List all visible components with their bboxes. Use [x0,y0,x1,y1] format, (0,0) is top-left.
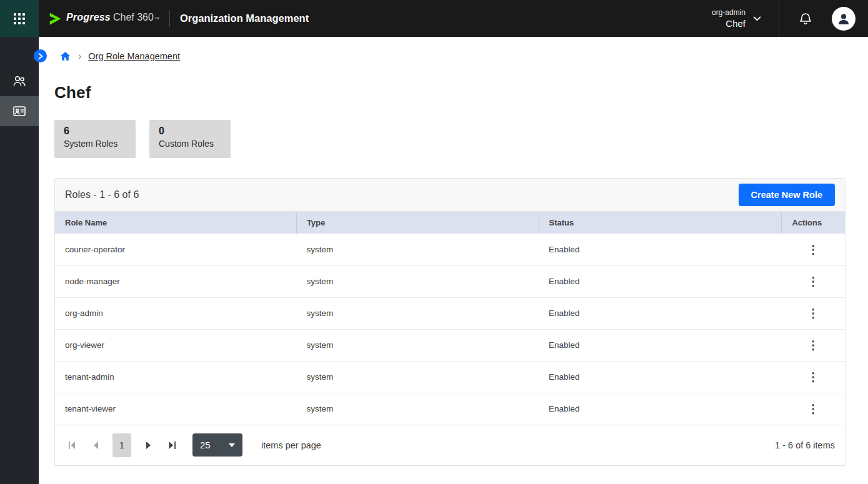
pager-controls: 1 25 items per page [65,433,321,457]
sidebar-expand-button[interactable] [34,49,47,62]
table-row: node-manager system Enabled ⋮ [55,265,845,297]
page-context-title: Organization Management [180,12,309,24]
page-title: Chef [54,83,868,102]
cell-status: Enabled [539,329,782,361]
first-page-button[interactable] [65,438,79,452]
sidebar-item-users[interactable] [0,66,39,96]
cell-type: system [296,361,539,393]
progress-logo-icon [49,12,62,26]
pagination-bar: 1 25 items per page 1 - 6 of 6 items [55,425,845,465]
page-size-value: 25 [200,440,211,450]
table-row: courier-operator system Enabled ⋮ [55,234,845,265]
last-page-icon [169,442,176,449]
users-icon [12,74,27,89]
brand: Progress Chef 360 ™ [49,12,159,26]
app: Progress Chef 360 ™ Organization Managem… [0,0,868,484]
table-row: org-admin system Enabled ⋮ [55,297,845,329]
cell-type: system [296,393,539,425]
stat-value: 0 [159,126,221,137]
cell-type: system [296,329,539,361]
cell-role-name: courier-operator [55,234,296,265]
bell-icon [798,11,813,26]
brand-product: Chef 360 [113,12,154,23]
table-row: tenant-admin system Enabled ⋮ [55,361,845,393]
cell-type: system [296,265,539,297]
cell-status: Enabled [539,234,782,265]
notifications-button[interactable] [798,11,813,26]
last-page-button[interactable] [165,438,179,452]
id-card-icon [12,104,27,119]
stat-label: Custom Roles [159,139,221,149]
row-actions-button[interactable]: ⋮ [802,336,825,354]
items-per-page-label: items per page [261,440,321,450]
cell-role-name: tenant-viewer [55,393,296,425]
row-actions-button[interactable]: ⋮ [802,368,825,386]
cell-actions: ⋮ [782,393,845,425]
row-actions-button[interactable]: ⋮ [802,304,825,322]
cell-actions: ⋮ [782,265,845,297]
column-header-role-name: Role Name [55,212,296,234]
brand-company: Progress [66,12,111,23]
sidebar-items [0,66,39,126]
breadcrumb: › Org Role Management [59,51,868,62]
create-new-role-button[interactable]: Create New Role [739,184,835,206]
home-icon [59,51,71,62]
user-menu-button[interactable] [832,7,856,31]
pager-summary: 1 - 6 of 6 items [775,440,835,450]
column-header-type: Type [296,212,539,234]
org-name: Chef [712,18,746,30]
main-content: › Org Role Management Chef 6 System Role… [39,37,868,484]
chevron-down-icon [753,16,761,21]
cell-role-name: org-viewer [55,329,296,361]
org-role-label: org-admin [712,7,746,18]
cell-status: Enabled [539,297,782,329]
cell-actions: ⋮ [782,329,845,361]
roles-table: Role Name Type Status Actions courier-op… [55,212,845,425]
roles-table-body: courier-operator system Enabled ⋮ node-m… [55,234,845,425]
cell-actions: ⋮ [782,297,845,329]
cell-status: Enabled [539,393,782,425]
breadcrumb-separator: › [78,51,81,61]
header-right: org-admin Chef [712,0,868,37]
next-page-icon [146,442,151,449]
breadcrumb-link-org-role-management[interactable]: Org Role Management [88,51,180,61]
sidebar [0,37,39,484]
cell-actions: ⋮ [782,234,845,265]
user-avatar-icon [836,11,851,26]
previous-page-icon [93,442,99,449]
column-header-actions: Actions [782,212,845,234]
roles-card: Roles - 1 - 6 of 6 Create New Role Role … [54,178,846,466]
roles-count-title: Roles - 1 - 6 of 6 [65,189,139,200]
page-size-select[interactable]: 25 [192,433,242,457]
sidebar-item-roles[interactable] [0,96,39,126]
app-launcher-button[interactable] [0,0,39,37]
brand-trademark: ™ [154,16,159,22]
next-page-button[interactable] [141,438,155,452]
table-row: tenant-viewer system Enabled ⋮ [55,393,845,425]
cell-role-name: tenant-admin [55,361,296,393]
first-page-icon [69,442,76,449]
cell-role-name: node-manager [55,265,296,297]
stat-value: 6 [64,126,126,137]
row-actions-button[interactable]: ⋮ [802,400,825,418]
stat-card-system-roles: 6 System Roles [54,120,136,158]
org-info: org-admin Chef [712,7,746,30]
page-number-button[interactable]: 1 [112,433,131,457]
chevron-right-icon [38,53,43,59]
row-actions-button[interactable]: ⋮ [802,272,825,290]
org-switcher[interactable]: org-admin Chef [712,7,761,30]
stat-label: System Roles [64,139,126,149]
cell-role-name: org-admin [55,297,296,329]
stats-row: 6 System Roles 0 Custom Roles [54,120,868,158]
header-divider [779,0,779,37]
previous-page-button[interactable] [89,438,102,452]
roles-table-head-row: Role Name Type Status Actions [55,212,845,234]
app-launcher-icon [14,13,25,24]
breadcrumb-home-link[interactable] [59,51,71,62]
caret-down-icon [229,443,235,447]
cell-type: system [296,234,539,265]
cell-status: Enabled [539,265,782,297]
cell-status: Enabled [539,361,782,393]
row-actions-button[interactable]: ⋮ [802,240,825,259]
table-row: org-viewer system Enabled ⋮ [55,329,845,361]
